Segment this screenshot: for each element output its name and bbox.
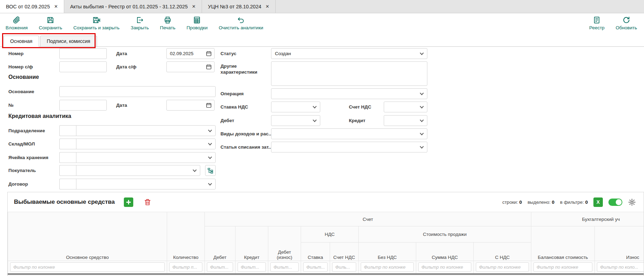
status-select[interactable]: Создан (271, 48, 427, 59)
postings-label: Проводки (187, 25, 208, 30)
window-tab-ucn[interactable]: УЦН №3 от 28.10.2024 ✕ (202, 0, 276, 13)
department-code-input[interactable] (59, 125, 76, 136)
filter-toggle[interactable] (608, 199, 622, 206)
close-document-button[interactable]: Закрыть (131, 16, 149, 30)
contract-select[interactable] (76, 179, 216, 189)
save-button[interactable]: Сохранить (39, 16, 62, 30)
number-input[interactable] (59, 48, 107, 59)
basis-no-label: № (8, 103, 14, 109)
save-and-close-button[interactable]: Сохранить и закрыть (73, 16, 119, 30)
grid-settings-button[interactable] (628, 198, 636, 206)
column-header-debit-wear[interactable]: Дебет (износ) (268, 226, 301, 261)
basis-date-input[interactable] (167, 100, 206, 110)
department-label: Подразделение (8, 128, 45, 134)
calendar-icon[interactable] (206, 51, 212, 57)
credit-label: Кредит (349, 118, 365, 124)
chevron-down-icon (420, 104, 424, 108)
calendar-icon[interactable] (206, 64, 212, 70)
clear-analytics-label: Очистить аналитики (219, 25, 263, 30)
warehouse-select[interactable] (76, 139, 216, 149)
filter-input-with-vat[interactable] (476, 262, 529, 272)
vat-rate-select[interactable] (271, 102, 320, 112)
hierarchy-tree-icon (207, 167, 214, 174)
column-header-wear[interactable]: Износ (595, 226, 644, 261)
warehouse-code-input[interactable] (59, 139, 76, 149)
column-header-debit[interactable]: Дебет (205, 226, 235, 261)
window-tab-register[interactable]: Акты выбытия - Реестр от 01.01.2025 - 31… (64, 0, 202, 13)
storage-cell-code-input[interactable] (59, 152, 76, 163)
operation-select[interactable] (271, 88, 427, 99)
delete-row-button[interactable] (144, 198, 151, 206)
date-input-wrap (166, 48, 215, 59)
chevron-down-icon (193, 168, 196, 172)
add-row-button[interactable] (124, 197, 133, 207)
column-header-credit[interactable]: Кредит (235, 226, 268, 261)
registry-button[interactable]: Реестр (589, 16, 605, 30)
vat-account-select[interactable] (384, 102, 427, 112)
filter-input-vat-account[interactable] (332, 262, 356, 272)
column-header-asset[interactable]: Основное средство (8, 212, 167, 261)
refresh-button[interactable]: Обновить (616, 16, 637, 30)
department-select[interactable] (76, 125, 216, 136)
filter-input-book-value[interactable] (533, 262, 592, 272)
chevron-down-icon (208, 181, 212, 185)
column-header-with-vat[interactable]: С НДС (474, 243, 531, 261)
attachments-button[interactable]: Вложения (6, 16, 28, 30)
buyer-code-input[interactable] (59, 165, 76, 176)
invoice-number-input[interactable] (59, 61, 107, 72)
buyer-select[interactable] (76, 165, 200, 176)
column-header-vat-sum[interactable]: Сумма НДС (416, 243, 474, 261)
chevron-down-icon (313, 118, 316, 122)
selected-count: выделено: 0 (527, 200, 554, 205)
filter-input-vat-sum[interactable] (418, 262, 471, 272)
print-button[interactable]: Печать (160, 16, 175, 30)
invoice-date-input[interactable] (167, 62, 206, 72)
column-header-rate[interactable]: Ставка (301, 243, 330, 261)
filter-input-without-vat[interactable] (361, 262, 414, 272)
filter-input-quantity[interactable] (169, 262, 202, 272)
contract-label: Договор (8, 181, 28, 187)
filter-input-debit-wear[interactable] (270, 262, 299, 272)
buyer-tree-button[interactable] (205, 165, 216, 176)
basis-input[interactable] (59, 86, 216, 97)
date-input[interactable] (167, 49, 206, 59)
clear-analytics-button[interactable]: Очистить аналитики (219, 16, 263, 30)
invoice-date-label: Дата с/ф (116, 64, 136, 70)
other-characteristics-textarea[interactable] (271, 61, 427, 86)
column-header-without-vat[interactable]: Без НДС (359, 243, 416, 261)
gear-icon (628, 198, 636, 206)
writeoff-item-select[interactable] (271, 142, 427, 152)
income-expense-types-select[interactable] (271, 128, 427, 139)
close-icon[interactable]: ✕ (192, 4, 196, 9)
filter-input-credit[interactable] (238, 262, 266, 272)
calendar-icon[interactable] (206, 102, 212, 108)
close-icon[interactable]: ✕ (54, 4, 58, 9)
window-tab-doc[interactable]: ВОС от 02.09.2025 ✕ (0, 0, 64, 13)
basis-no-input[interactable] (59, 100, 107, 111)
filter-input-debit[interactable] (207, 262, 233, 272)
filter-input-asset[interactable] (10, 262, 165, 272)
debit-select[interactable] (271, 115, 320, 126)
contract-code-input[interactable] (59, 179, 76, 189)
storage-cell-label: Ячейка хранения (8, 155, 48, 161)
export-excel-button[interactable]: X (593, 197, 603, 207)
tab-signatures-commission[interactable]: Подписи, комиссия (40, 36, 97, 46)
toolbar: Вложения Сохранить Сохранить и закрыть З… (0, 13, 644, 35)
credit-select[interactable] (384, 115, 427, 126)
column-header-vat-account[interactable]: Счет НДС (330, 243, 359, 261)
chevron-down-icon (420, 118, 424, 122)
postings-button[interactable]: Проводки (187, 16, 208, 30)
tab-main[interactable]: Основная (3, 36, 39, 47)
storage-cell-select[interactable] (76, 152, 216, 163)
filter-input-wear[interactable] (597, 262, 644, 272)
window-tab-label: Акты выбытия - Реестр от 01.01.2025 - 31… (70, 4, 188, 9)
registry-label: Реестр (589, 25, 605, 30)
basis-section-header: Основание (8, 74, 39, 80)
column-header-quantity[interactable]: Количество (167, 212, 205, 261)
chevron-down-icon (420, 144, 424, 148)
column-header-book-value[interactable]: Балансовая стоимость (531, 226, 595, 261)
filter-input-rate[interactable] (303, 262, 328, 272)
close-icon[interactable]: ✕ (265, 4, 269, 9)
chevron-down-icon (208, 128, 212, 132)
disposed-assets-panel: Выбываемые основные средства строки: 0 в… (7, 192, 644, 276)
